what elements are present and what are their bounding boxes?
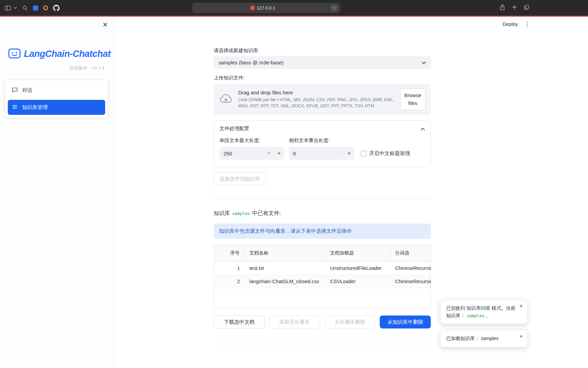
divider xyxy=(214,198,431,199)
close-icon[interactable]: ✕ xyxy=(519,334,524,339)
chunk-overlap-input[interactable] xyxy=(289,147,334,160)
toast-mode-switched: 已切换到 知识库问答 模式。当前知识库：samples。 ✕ xyxy=(440,300,527,324)
version-label: 当前版本：v0.2.4 xyxy=(0,65,113,71)
main-area: Deploy ⋮ 请选择或新建知识库: samples (faiss @ m3e… xyxy=(114,17,588,368)
expander-title: 文件处理配置 xyxy=(219,125,249,132)
favicon-blue-icon[interactable] xyxy=(33,5,38,11)
toast-kb-loaded: 已加载知识库： samples ✕ xyxy=(440,330,527,347)
new-tab-icon[interactable] xyxy=(512,4,517,11)
cell-loader: CSVLoader xyxy=(325,275,390,288)
deploy-button[interactable]: Deploy xyxy=(503,21,518,27)
cell-index: 1 xyxy=(214,262,245,275)
sidebar-item-label: 对话 xyxy=(22,87,32,94)
share-icon[interactable] xyxy=(500,4,505,12)
content-column: 请选择或新建知识库: samples (faiss @ m3e-base) 上传… xyxy=(214,17,431,344)
heading-prefix: 知识库 xyxy=(214,210,230,216)
cell-splitter: ChineseRecursive xyxy=(390,262,431,275)
cell-docname: test.txt xyxy=(245,262,325,275)
cell-docname: langchain-ChatGLM_closed.csv xyxy=(245,275,325,288)
column-header-docname[interactable]: 文档名称 xyxy=(245,245,325,261)
sidebar-nav: 对话 知识库管理 xyxy=(5,80,108,118)
zh-title-enhance-label[interactable]: 开启中文标题加强 xyxy=(369,150,410,157)
browser-toolbar: 127.0.0.1 ⋯ xyxy=(0,0,588,16)
delete-from-vectorstore-button[interactable]: 从向量库删除 xyxy=(325,316,376,328)
chat-bubble-icon xyxy=(12,87,18,94)
chunk-overlap-label: 相邻文本重合长度: xyxy=(289,137,354,144)
tab-overview-icon[interactable] xyxy=(524,4,529,12)
delete-from-kb-button[interactable]: 从知识库中删除 xyxy=(380,316,431,328)
toast-text: 。 xyxy=(486,313,491,318)
column-header-index[interactable]: 序号 xyxy=(214,245,245,261)
site-favicon xyxy=(250,6,255,10)
chunk-overlap-decrement-icon[interactable]: − xyxy=(334,147,344,160)
chunk-overlap-field: 相邻文本重合长度: − + xyxy=(289,137,354,160)
sidebar-item-kb-management[interactable]: 知识库管理 xyxy=(8,100,105,115)
table-header: 序号 文档名称 文档加载器 分词器 xyxy=(214,245,430,262)
chunk-size-input[interactable] xyxy=(219,147,264,160)
chunk-size-increment-icon[interactable]: + xyxy=(274,147,284,160)
heading-suffix: 中已有文件: xyxy=(252,210,281,216)
sidebar: ✕ LangChain-Chatchat 当前版本：v0.2.4 对话 xyxy=(0,17,114,368)
table-row[interactable]: 2 langchain-ChatGLM_closed.csv CSVLoader… xyxy=(214,275,430,288)
chevron-down-icon xyxy=(422,60,426,65)
kb-stack-icon xyxy=(12,104,18,111)
file-config-expander: 文件处理配置 单段文本最大长度: − + xyxy=(214,120,431,167)
table-actions: 下载选中文档 添加至向量库 从向量库删除 从知识库中删除 xyxy=(214,316,431,328)
chunk-overlap-increment-icon[interactable]: + xyxy=(344,147,354,160)
logo-text: LangChain-Chatchat xyxy=(24,49,111,59)
info-banner: 知识库中包含源文件与向量库，请从下表中选择文件后操作 xyxy=(214,224,431,239)
sidebar-toggle-icon[interactable] xyxy=(5,5,11,11)
sidebar-close-icon[interactable]: ✕ xyxy=(101,20,109,29)
kb-files-heading: 知识库samples中已有文件: xyxy=(214,210,431,217)
url-text: 127.0.0.1 xyxy=(257,5,275,11)
kb-select[interactable]: samples (faiss @ m3e-base) xyxy=(214,56,431,69)
search-icon[interactable] xyxy=(22,5,28,11)
toast-text: 已加载知识库： samples xyxy=(446,336,499,341)
chunk-size-label: 单段文本最大长度: xyxy=(219,137,284,144)
divider xyxy=(214,344,431,344)
url-bar[interactable]: 127.0.0.1 ⋯ xyxy=(192,3,340,13)
download-selected-button[interactable]: 下载选中文档 xyxy=(214,316,265,328)
add-files-to-kb-button[interactable]: 添加文件到知识库 xyxy=(214,172,266,185)
table-empty-space xyxy=(214,288,430,307)
chunk-size-field: 单段文本最大长度: − + xyxy=(219,137,284,160)
cloud-upload-icon xyxy=(219,93,233,106)
toast-stack: 已切换到 知识库问答 模式。当前知识库：samples。 ✕ 已加载知识库： s… xyxy=(440,300,527,347)
zh-title-enhance-checkbox[interactable] xyxy=(361,151,366,156)
toast-kb-code: samples xyxy=(467,313,485,318)
upload-label: 上传知识文件: xyxy=(214,75,431,81)
github-icon[interactable] xyxy=(53,5,60,11)
cell-loader: UnstructuredFileLoader xyxy=(325,262,390,275)
kb-select-label: 请选择或新建知识库: xyxy=(214,47,431,54)
logo-robot-icon xyxy=(8,47,21,60)
chevron-down-icon[interactable] xyxy=(14,6,17,10)
kb-files-table: 序号 文档名称 文档加载器 分词器 1 test.txt Unstructure… xyxy=(214,245,431,308)
favicon-orange-icon[interactable] xyxy=(43,5,48,10)
browse-files-button[interactable]: Browse files xyxy=(400,89,425,110)
chunk-size-decrement-icon[interactable]: − xyxy=(264,147,274,160)
file-dropzone[interactable]: Drag and drop files here Limit 200MB per… xyxy=(214,84,431,115)
zh-title-enhance-checkbox-group: 开启中文标题加强 xyxy=(361,147,410,160)
main-menu-icon[interactable]: ⋮ xyxy=(524,21,530,27)
page-settings-icon[interactable]: ⋯ xyxy=(331,4,338,11)
table-row[interactable]: 1 test.txt UnstructuredFileLoader Chines… xyxy=(214,262,430,275)
expander-header[interactable]: 文件处理配置 xyxy=(214,121,430,137)
column-header-loader[interactable]: 文档加载器 xyxy=(325,245,390,261)
cell-index: 2 xyxy=(214,275,245,288)
sidebar-item-chat[interactable]: 对话 xyxy=(8,83,105,98)
dropzone-hint: Limit 200MB per file • HTML, MD, JSON, C… xyxy=(238,97,395,109)
column-header-splitter[interactable]: 分词器 xyxy=(390,245,431,261)
kb-select-value: samples (faiss @ m3e-base) xyxy=(218,60,283,65)
sidebar-item-label: 知识库管理 xyxy=(22,104,48,111)
kb-name-code: samples xyxy=(232,211,250,216)
add-to-vectorstore-button[interactable]: 添加至向量库 xyxy=(269,316,320,328)
close-icon[interactable]: ✕ xyxy=(519,303,524,309)
app-logo: LangChain-Chatchat xyxy=(0,47,113,60)
chevron-up-icon xyxy=(421,126,425,132)
dropzone-title: Drag and drop files here xyxy=(238,90,395,95)
cell-splitter: ChineseRecursive xyxy=(390,275,431,288)
